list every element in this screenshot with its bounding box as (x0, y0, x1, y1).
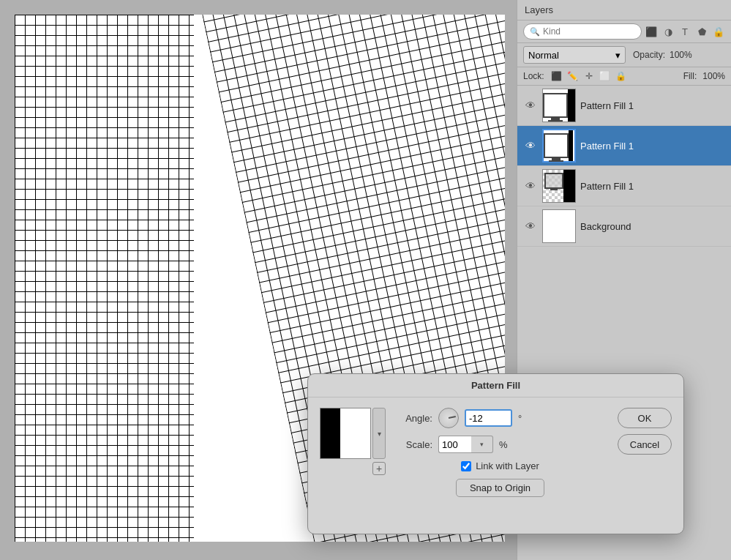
opacity-label: Opacity: (633, 50, 665, 60)
ok-button[interactable]: OK (618, 408, 672, 428)
dialog-title: Pattern Fill (471, 380, 520, 391)
layer-2-name: Pattern Fill 1 (580, 141, 725, 152)
dialog-buttons: OK Cancel (618, 408, 672, 455)
pattern-preview-container: ▾ + (320, 408, 386, 475)
layer-4-visibility-icon[interactable]: 👁 (523, 219, 538, 234)
layer-row[interactable]: 👁 Pattern Fill 1 (517, 86, 731, 126)
pattern-dropdown-button[interactable]: ▾ (372, 408, 386, 459)
filter-shape-icon[interactable]: ⬟ (695, 25, 708, 38)
layer-1-thumbnail (542, 89, 576, 122)
pattern-add-button[interactable]: + (372, 462, 386, 475)
scale-label: Scale: (397, 439, 432, 450)
layer-row[interactable]: 👁 Background (517, 206, 731, 247)
opacity-value: 100% (670, 50, 692, 60)
cancel-button[interactable]: Cancel (618, 434, 672, 455)
layers-search-row: 🔍 ⬛ ◑ T ⬟ 🔒 (517, 20, 731, 43)
lock-position-icon[interactable]: ✏️ (566, 70, 580, 83)
search-icon: 🔍 (530, 27, 540, 37)
scale-input[interactable] (438, 436, 471, 453)
grid-normal (15, 15, 194, 542)
fill-value: 100% (702, 71, 725, 81)
fill-label: Fill: (683, 71, 697, 81)
degree-symbol: ° (518, 413, 522, 424)
angle-dial[interactable] (438, 408, 459, 428)
layer-3-visibility-icon[interactable]: 👁 (523, 179, 538, 193)
filter-text-icon[interactable]: T (678, 25, 691, 38)
link-with-layer-label: Link with Layer (476, 460, 539, 471)
dialog-title-bar: Pattern Fill (308, 374, 683, 397)
angle-input[interactable] (465, 409, 512, 427)
lock-pixels-icon[interactable]: ⬛ (550, 70, 563, 83)
filter-adjust-icon[interactable]: ◑ (661, 25, 675, 38)
layers-search-box[interactable]: 🔍 (523, 23, 642, 40)
lock-fill-row: Lock: ⬛ ✏️ ✛ ⬜ 🔒 Fill: 100% (517, 67, 731, 86)
layers-panel-header: Layers (517, 0, 731, 20)
layers-panel-title: Layers (525, 4, 553, 15)
layer-1-thumb-main (543, 89, 568, 122)
layer-2-thumb-mask (569, 130, 574, 161)
blend-opacity-row: Normal ▾ Opacity: 100% (517, 43, 731, 67)
lock-artboard-icon[interactable]: ✛ (582, 70, 596, 83)
layer-4-name: Background (580, 221, 725, 232)
filter-pixel-icon[interactable]: ⬛ (645, 25, 658, 38)
snap-btn-row: Snap to Origin (397, 479, 603, 497)
pattern-fill-dialog: Pattern Fill ▾ + Angle: (307, 373, 684, 534)
layer-1-name: Pattern Fill 1 (580, 100, 725, 111)
snap-to-origin-button[interactable]: Snap to Origin (456, 479, 544, 497)
dialog-body: ▾ + Angle: ° Scale: ▾ % (308, 397, 683, 507)
scale-dropdown-button[interactable]: ▾ (471, 436, 493, 453)
pattern-preview (320, 408, 371, 459)
layer-3-name: Pattern Fill 1 (580, 181, 725, 192)
lock-all-icon[interactable]: ⬜ (599, 70, 612, 83)
scale-control-row: Scale: ▾ % (397, 436, 603, 453)
angle-label: Angle: (397, 413, 432, 424)
lock-label: Lock: (523, 71, 544, 81)
layer-2-thumb-main (544, 130, 569, 161)
blend-mode-value: Normal (528, 50, 559, 61)
layer-1-visibility-icon[interactable]: 👁 (523, 98, 538, 113)
layer-4-thumbnail (542, 209, 576, 243)
scale-input-wrapper: ▾ (438, 436, 493, 453)
dialog-controls: Angle: ° Scale: ▾ % Link with Layer (397, 408, 603, 497)
blend-mode-dropdown[interactable]: Normal ▾ (523, 46, 626, 64)
layers-search-input[interactable] (543, 26, 635, 37)
filter-smart-icon[interactable]: 🔒 (712, 25, 725, 38)
layer-2-thumbnail (542, 129, 576, 163)
blend-dropdown-chevron: ▾ (615, 50, 621, 61)
angle-control-row: Angle: ° (397, 408, 603, 428)
layer-2-visibility-icon[interactable]: 👁 (523, 138, 538, 153)
layer-3-thumbnail (542, 169, 576, 203)
layer-1-thumb-mask (568, 89, 575, 122)
filter-icons: ⬛ ◑ T ⬟ 🔒 (645, 25, 725, 38)
link-with-layer-checkbox[interactable] (461, 461, 471, 471)
layer-row[interactable]: 👁 Pattern Fill 1 (517, 166, 731, 206)
lock-btn[interactable]: 🔒 (615, 70, 628, 83)
percent-label: % (499, 439, 508, 450)
link-with-layer-row: Link with Layer (397, 460, 603, 471)
layer-row[interactable]: 👁 Pattern Fill 1 (517, 126, 731, 166)
